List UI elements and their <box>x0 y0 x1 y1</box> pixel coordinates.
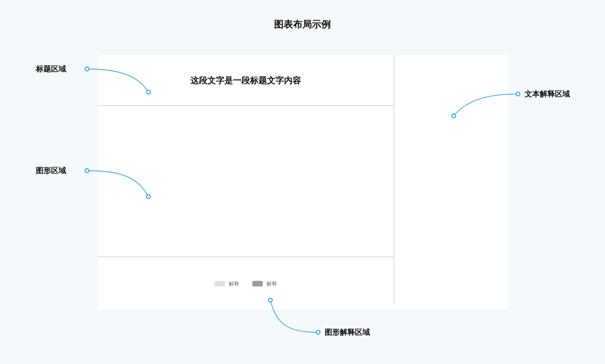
annotation-text-area: 文本解释区域 <box>525 89 570 99</box>
legend-swatch-icon <box>215 281 225 286</box>
page-title: 图表布局示例 <box>0 18 605 31</box>
chart-card: 这段文字是一段标题文字内容 解释 解释 <box>97 55 509 310</box>
chart-title-text: 这段文字是一段标题文字内容 <box>190 75 301 86</box>
chart-graph-area <box>97 106 394 257</box>
annotation-dot-icon <box>85 67 89 71</box>
chart-title-area: 这段文字是一段标题文字内容 <box>97 55 394 106</box>
annotation-dot-icon <box>316 330 320 335</box>
annotation-graph-area: 图形区域 <box>36 166 66 176</box>
annotation-legend-area: 图形解释区域 <box>325 328 370 338</box>
chart-text-area <box>394 55 509 310</box>
annotation-dot-icon <box>451 113 456 118</box>
annotation-dot-icon <box>146 90 151 95</box>
chart-legend-area: 解释 解释 <box>97 257 394 310</box>
annotation-dot-icon <box>85 168 89 173</box>
legend-item-2: 解释 <box>252 280 277 287</box>
legend-item-1: 解释 <box>215 280 239 287</box>
legend-swatch-icon <box>252 281 263 286</box>
legend-label: 解释 <box>267 280 277 287</box>
annotation-title-area: 标题区域 <box>36 64 66 74</box>
annotation-dot-icon <box>268 298 273 303</box>
annotation-dot-icon <box>516 92 520 96</box>
annotation-dot-icon <box>146 194 151 199</box>
legend-label: 解释 <box>229 280 239 287</box>
